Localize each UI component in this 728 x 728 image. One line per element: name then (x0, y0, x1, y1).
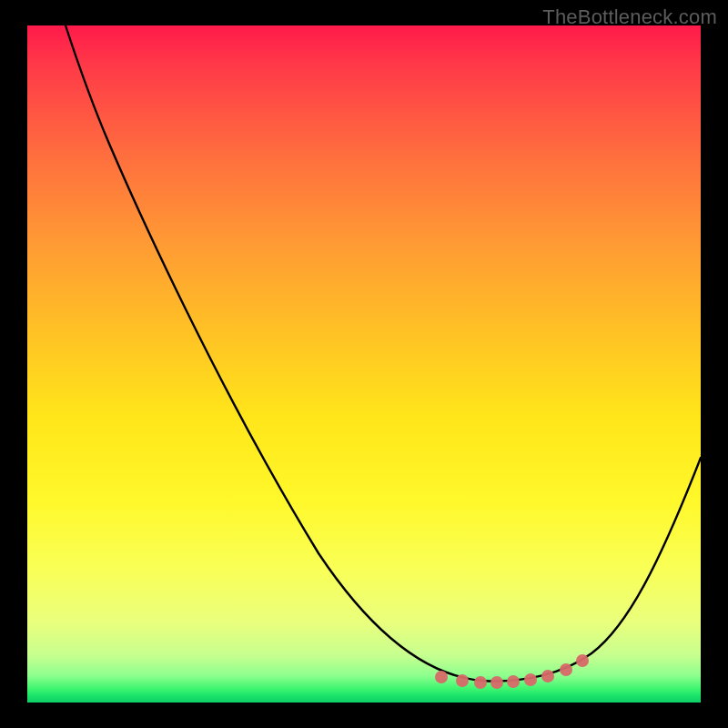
watermark-label: TheBottleneck.com (542, 5, 717, 29)
bottleneck-curve-svg (27, 25, 701, 703)
chart-container: TheBottleneck.com (0, 0, 728, 728)
highlight-dots (435, 654, 589, 689)
svg-point-0 (435, 671, 448, 683)
svg-point-8 (576, 654, 589, 667)
plot-area (27, 25, 701, 703)
svg-point-6 (541, 670, 554, 682)
bottleneck-curve (66, 25, 701, 681)
svg-point-4 (507, 675, 520, 688)
svg-point-3 (490, 676, 503, 689)
svg-point-5 (524, 673, 537, 686)
svg-point-7 (560, 663, 572, 676)
svg-point-1 (456, 674, 469, 687)
svg-point-2 (474, 676, 487, 689)
